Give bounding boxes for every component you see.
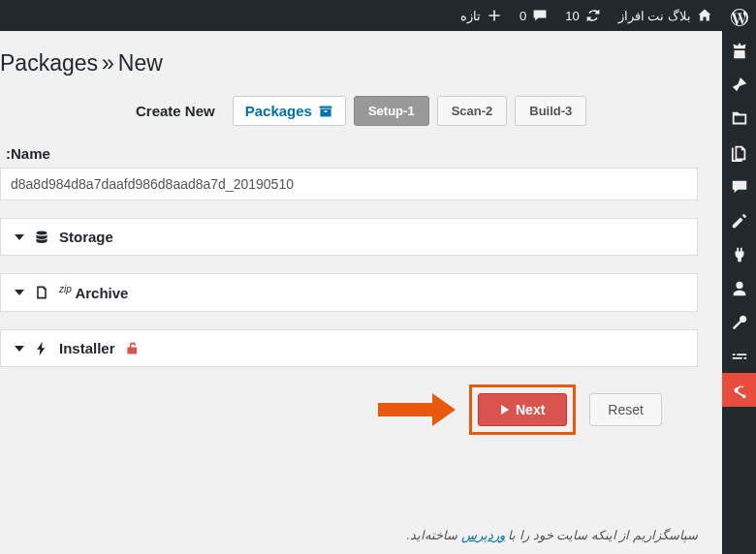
footer-credit: سپاسگزاریم از اینکه سایت خود را با وردپر… bbox=[406, 528, 698, 542]
pages-icon[interactable] bbox=[722, 136, 756, 169]
step-setup[interactable]: Setup-1 bbox=[354, 96, 429, 126]
name-input[interactable]: d8a8d984d8a7daafd986d8aad8a7d_20190510 bbox=[0, 168, 698, 200]
comments-link[interactable]: 0 bbox=[520, 8, 548, 23]
button-row: Next Reset bbox=[0, 385, 698, 435]
highlight-box: Next bbox=[469, 385, 576, 435]
archive-icon bbox=[318, 104, 333, 119]
bolt-icon bbox=[34, 341, 49, 356]
users-icon[interactable] bbox=[722, 271, 756, 305]
tab-row: Create New Packages Setup-1 Scan-2 Build… bbox=[0, 96, 698, 126]
step-build[interactable]: Build-3 bbox=[515, 96, 586, 126]
site-name: بلاگ نت افراز bbox=[618, 9, 691, 23]
comments-icon[interactable] bbox=[722, 169, 756, 203]
new-link[interactable]: تازه bbox=[460, 8, 502, 23]
admin-toolbar: بلاگ نت افراز 10 0 تازه bbox=[0, 0, 722, 31]
unlock-icon bbox=[125, 341, 141, 356]
section-installer[interactable]: Installer bbox=[0, 329, 698, 367]
updates-link[interactable]: 10 bbox=[565, 8, 600, 23]
page-title: Packages»New bbox=[0, 50, 698, 77]
comments-count: 0 bbox=[520, 9, 526, 23]
admin-sidebar bbox=[722, 0, 756, 554]
new-label: تازه bbox=[460, 9, 481, 23]
updates-count: 10 bbox=[565, 9, 579, 23]
reset-button[interactable]: Reset bbox=[589, 393, 662, 426]
wordpress-icon[interactable] bbox=[722, 0, 756, 34]
play-icon bbox=[500, 405, 510, 415]
settings-icon[interactable] bbox=[722, 339, 756, 373]
share-icon[interactable] bbox=[722, 373, 756, 407]
tab-packages[interactable]: Packages bbox=[233, 96, 346, 126]
chevron-down-icon bbox=[15, 234, 24, 240]
database-icon bbox=[34, 230, 49, 245]
create-new-label: Create New bbox=[126, 97, 225, 125]
section-archive[interactable]: zip Archive bbox=[0, 273, 698, 312]
media-icon[interactable] bbox=[722, 102, 756, 136]
appearance-icon[interactable] bbox=[722, 203, 756, 237]
section-storage[interactable]: Storage bbox=[0, 218, 698, 256]
annotation-arrow bbox=[359, 390, 456, 429]
chevron-down-icon bbox=[15, 346, 24, 352]
step-scan[interactable]: Scan-2 bbox=[437, 96, 508, 126]
dashboard-icon[interactable] bbox=[722, 34, 756, 68]
home-link[interactable]: بلاگ نت افراز bbox=[618, 8, 712, 23]
name-label: Name bbox=[0, 145, 698, 162]
file-icon bbox=[34, 285, 49, 300]
plugins-icon[interactable] bbox=[722, 237, 756, 271]
chevron-down-icon bbox=[15, 290, 24, 295]
tools-icon[interactable] bbox=[722, 305, 756, 339]
page-content: Packages»New Create New Packages Setup-1… bbox=[0, 31, 722, 554]
next-button[interactable]: Next bbox=[478, 393, 567, 426]
pin-icon[interactable] bbox=[722, 68, 756, 102]
wordpress-link[interactable]: وردپرس bbox=[461, 528, 505, 542]
